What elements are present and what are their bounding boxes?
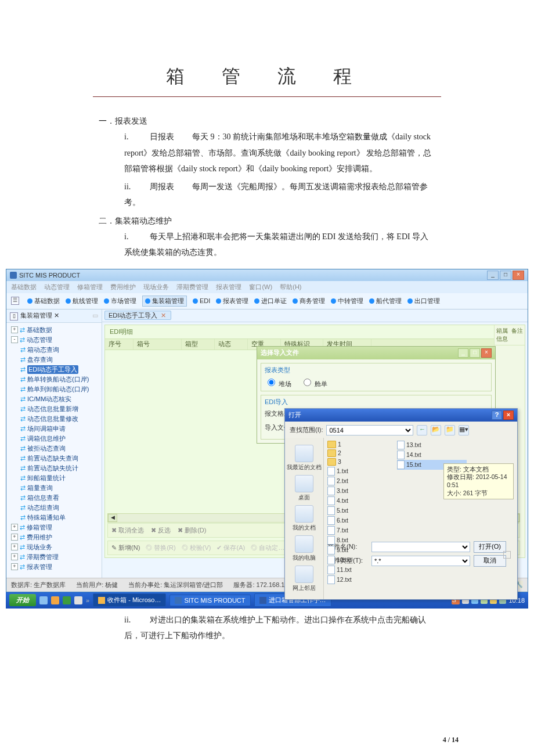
radio-input[interactable] xyxy=(268,379,275,386)
tree-leaf[interactable]: 动态组查询 xyxy=(27,503,59,512)
tree-leaf[interactable]: 动态信息批量新增 xyxy=(27,405,78,413)
grid-col[interactable]: 序号 xyxy=(105,339,134,350)
tree-leaf[interactable]: 舱单到卸船动态(口岸) xyxy=(27,385,89,394)
resize-grip[interactable] xyxy=(503,551,511,559)
nav-tree[interactable]: +⇄基础数据 -⇄动态管理 ⇄箱动态查询 ⇄盘存查询 ⇄EDI动态手工导入 ⇄舱… xyxy=(6,323,102,578)
up-icon[interactable]: 📂 xyxy=(431,425,441,435)
tree-node[interactable]: 现场业务 xyxy=(27,543,52,552)
cancel-button[interactable]: 取消 xyxy=(474,555,506,567)
file-item[interactable]: 10.txt xyxy=(327,555,397,565)
tree-leaf[interactable]: 被拒动态查询 xyxy=(27,444,66,453)
menu-item[interactable]: 滞期费管理 xyxy=(176,283,208,290)
file-item[interactable]: 12.txt xyxy=(327,575,397,585)
folder-item[interactable]: 2 xyxy=(327,449,397,458)
taskbar-app[interactable]: SITC MIS PRODUCT xyxy=(169,595,250,606)
expand-icon[interactable]: + xyxy=(11,563,18,570)
tree-leaf[interactable]: 前置动态缺失查询 xyxy=(27,454,78,463)
menu-item[interactable]: 窗口(W) xyxy=(249,283,272,290)
toolbar-item[interactable]: 船代管理 xyxy=(369,297,402,305)
ql-icon[interactable] xyxy=(39,596,48,604)
tree-leaf[interactable]: IC/MM动态核实 xyxy=(27,395,71,404)
file-item[interactable]: 9.txt xyxy=(327,545,397,555)
toolbar-item[interactable]: 出口管理 xyxy=(407,297,440,305)
new-folder-icon[interactable]: 📁 xyxy=(445,425,455,435)
tree-leaf-selected[interactable]: EDI动态手工导入 xyxy=(27,365,78,374)
tree-node[interactable]: 动态管理 xyxy=(27,336,52,344)
menu-item[interactable]: 动态管理 xyxy=(44,283,70,290)
collapse-icon[interactable]: - xyxy=(11,336,18,343)
file-item[interactable]: 11.txt xyxy=(327,565,397,575)
ql-icon[interactable] xyxy=(51,596,59,604)
toolbar-item[interactable]: 商务管理 xyxy=(293,297,325,305)
close-button[interactable]: × xyxy=(481,348,492,358)
file-item[interactable]: 1.txt xyxy=(327,466,397,476)
menu-item[interactable]: 报表管理 xyxy=(216,283,241,290)
toolbar-item[interactable]: 报表管理 xyxy=(216,297,248,305)
expand-icon[interactable]: + xyxy=(11,524,18,531)
tree-node[interactable]: 基础数据 xyxy=(27,326,52,334)
folder-item[interactable]: 3 xyxy=(327,458,397,466)
tree-leaf[interactable]: 特殊箱通知单 xyxy=(27,513,66,522)
folder-item[interactable]: 1 xyxy=(327,440,397,449)
file-item[interactable]: 8.txt xyxy=(327,535,397,545)
menu-item[interactable]: 现场业务 xyxy=(143,283,169,290)
file-item[interactable]: 14.txt xyxy=(397,450,467,460)
editor-tab[interactable]: EDI动态手工导入✕ xyxy=(104,311,171,320)
place-recent[interactable]: 我最近的文档 xyxy=(285,445,323,471)
tree-leaf[interactable]: 场间调箱申请 xyxy=(27,424,66,433)
footer-btn[interactable]: 删除(D) xyxy=(185,527,206,534)
file-item[interactable]: 6.txt xyxy=(327,516,397,525)
scroll-left-icon[interactable]: ◀ xyxy=(108,514,117,522)
place-mydocs[interactable]: 我的文档 xyxy=(285,505,323,532)
menu-item[interactable]: 基础数据 xyxy=(11,283,37,290)
view-menu-icon[interactable]: ▦▾ xyxy=(459,425,469,435)
tree-leaf[interactable]: 箱动态查询 xyxy=(27,345,59,354)
toolbar-item[interactable]: 航线管理 xyxy=(66,297,98,305)
toolbar-item[interactable]: 市场管理 xyxy=(104,297,136,305)
side-tab[interactable]: 箱属信息 xyxy=(495,325,510,345)
tree-leaf[interactable]: 调箱信息维护 xyxy=(27,434,66,443)
grid-col[interactable]: 动态 xyxy=(215,339,248,350)
tree-node[interactable]: 滞期费管理 xyxy=(27,553,59,561)
tab-close-icon[interactable]: ✕ xyxy=(161,312,166,319)
side-tab[interactable]: 备注 xyxy=(510,325,525,345)
tree-node[interactable]: 费用维护 xyxy=(27,533,52,542)
toolbar-item[interactable]: 进口单证 xyxy=(254,297,287,305)
tree-leaf[interactable]: 盘存查询 xyxy=(27,355,53,364)
tree-leaf[interactable]: 箱量查询 xyxy=(27,484,53,492)
expand-icon[interactable]: + xyxy=(11,553,18,560)
place-mycomputer[interactable]: 我的电脑 xyxy=(285,535,323,562)
help-button[interactable]: ? xyxy=(492,411,502,420)
menu-item[interactable]: 修箱管理 xyxy=(77,283,103,290)
expand-icon[interactable]: + xyxy=(11,326,18,333)
toolbar-item[interactable]: 中转管理 xyxy=(331,297,363,305)
file-item[interactable]: 7.txt xyxy=(327,525,397,535)
tree-leaf[interactable]: 舱单转换船动态(口岸) xyxy=(27,375,89,384)
tree-leaf[interactable]: 箱信息查看 xyxy=(27,494,59,502)
close-button[interactable]: × xyxy=(503,411,514,420)
close-button[interactable]: × xyxy=(513,271,524,280)
footer-btn[interactable]: 取消全选 xyxy=(118,527,144,534)
maximize-button[interactable]: □ xyxy=(470,348,480,358)
ql-icon[interactable] xyxy=(74,596,82,604)
minimize-button[interactable]: _ xyxy=(487,271,499,280)
back-icon[interactable]: ← xyxy=(417,425,427,435)
place-desktop[interactable]: 桌面 xyxy=(285,475,323,502)
toolbar-item[interactable]: 基础数据 xyxy=(27,297,60,305)
expand-icon[interactable]: + xyxy=(11,543,18,550)
lookin-select[interactable]: 0514 xyxy=(326,425,413,435)
taskbar-app[interactable]: 收件箱 - Microso… xyxy=(93,593,166,607)
radio-input[interactable] xyxy=(304,379,311,386)
menubar[interactable]: 基础数据 动态管理 修箱管理 费用维护 现场业务 滞期费管理 报表管理 窗口(W… xyxy=(6,281,528,293)
app-titlebar[interactable]: SITC MIS PRODUCT _ □ × xyxy=(6,269,528,281)
toolbar-item-active[interactable]: 集装箱管理 xyxy=(142,296,187,307)
maximize-button[interactable]: □ xyxy=(500,271,511,280)
grid-col[interactable]: 箱号 xyxy=(134,339,182,350)
expand-sidebar-icon[interactable]: ☰ xyxy=(11,297,19,305)
menu-item[interactable]: 帮助(H) xyxy=(280,283,301,290)
tree-leaf[interactable]: 卸船箱量统计 xyxy=(27,474,66,483)
radio-manifest[interactable]: 舱单 xyxy=(301,377,327,388)
collapse-icon[interactable]: ▭ xyxy=(92,312,98,319)
tree-leaf[interactable]: 前置动态缺失统计 xyxy=(27,464,78,473)
file-item[interactable]: 3.txt xyxy=(327,486,397,496)
